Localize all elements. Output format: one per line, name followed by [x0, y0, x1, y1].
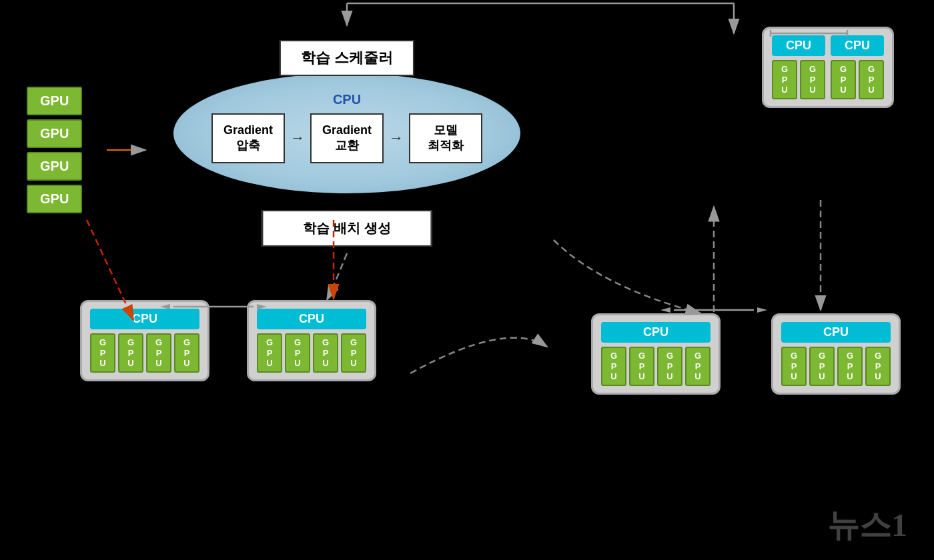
scheduler-area: 학습 스케줄러 CPU Gradient압축 → Gradient교환 → 모델… [140, 20, 554, 247]
bottom-right-cluster: CPU GPU GPU GPU GPU [591, 313, 721, 395]
batch-generation-box: 학습 배치 생성 [262, 210, 432, 247]
bl-gpu-a-4: GPU [174, 333, 199, 373]
top-right-cluster: CPU GPU GPU CPU GPU GPU [762, 27, 894, 108]
top-right-gpus-2: GPU GPU [831, 60, 884, 99]
bl-gpu-a-3: GPU [146, 333, 171, 373]
svg-marker-15 [660, 307, 670, 313]
br-gpu-b-1: GPU [781, 347, 807, 386]
bottom-right-gpus-a: GPU GPU GPU GPU [601, 347, 711, 386]
top-right-cpu-2: CPU [831, 35, 884, 56]
top-right-gpus-1: GPU GPU [772, 60, 825, 99]
bl-gpu-a-2: GPU [118, 333, 143, 373]
model-optimization-box: 모델최적화 [409, 113, 482, 163]
br-gpu-a-3: GPU [657, 347, 682, 386]
br-gpu-a-1: GPU [601, 347, 626, 386]
gpu-box-1: GPU [27, 87, 82, 115]
br-gpu-a-2: GPU [629, 347, 654, 386]
gpu-box-4: GPU [27, 185, 82, 213]
left-gpu-stack: GPU GPU GPU GPU [27, 87, 82, 213]
arrow-2: → [384, 129, 409, 147]
tr-gpu-2-1: GPU [831, 60, 856, 99]
flow-boxes: Gradient압축 → Gradient교환 → 모델최적화 [173, 113, 520, 163]
cpu-cloud: CPU Gradient압축 → Gradient교환 → 모델최적화 [173, 73, 520, 193]
tr-gpu-1-1: GPU [772, 60, 797, 99]
br-gpu-a-4: GPU [685, 347, 711, 386]
gpu-box-3: GPU [27, 152, 82, 181]
bottom-right-node-a: CPU GPU GPU GPU GPU [601, 322, 711, 386]
top-right-node-2: CPU GPU GPU [831, 35, 884, 99]
gpu-box-2: GPU [27, 119, 82, 148]
watermark: 뉴스1 [827, 504, 907, 547]
arrow-1: → [285, 129, 310, 147]
bottom-left-cluster: CPU GPU GPU GPU GPU [80, 300, 209, 381]
bottom-left-gpus-a: GPU GPU GPU GPU [90, 333, 199, 373]
bottom-left-gpus-b: GPU GPU GPU GPU [257, 333, 366, 373]
bl-gpu-b-3: GPU [313, 333, 338, 373]
bottom-right-b-cluster: CPU GPU GPU GPU GPU [771, 313, 901, 395]
bottom-left-node-b: CPU GPU GPU GPU GPU [257, 309, 366, 373]
tr-gpu-2-2: GPU [859, 60, 884, 99]
bottom-right-cpu-b: CPU [781, 322, 891, 343]
bottom-right-node-b: CPU GPU GPU GPU GPU [781, 322, 891, 386]
bl-gpu-b-2: GPU [285, 333, 310, 373]
br-gpu-b-4: GPU [865, 347, 891, 386]
tr-gpu-1-2: GPU [800, 60, 825, 99]
bottom-left-cpu-b: CPU [257, 309, 366, 329]
bottom-right-gpus-b: GPU GPU GPU GPU [781, 347, 891, 386]
scheduler-label: 학습 스케줄러 [280, 40, 414, 76]
bl-gpu-b-4: GPU [341, 333, 366, 373]
svg-marker-16 [757, 307, 767, 313]
gradient-compression-box: Gradient압축 [211, 113, 285, 163]
bl-gpu-a-1: GPU [90, 333, 115, 373]
top-right-node-1: CPU GPU GPU [772, 35, 825, 99]
gradient-exchange-box: Gradient교환 [310, 113, 384, 163]
bottom-left-cpu-a: CPU [90, 309, 199, 329]
cloud-cpu-label: CPU [333, 92, 361, 107]
br-gpu-b-2: GPU [809, 347, 835, 386]
bottom-left-b-cluster: CPU GPU GPU GPU GPU [247, 300, 376, 381]
top-right-cpu-1: CPU [772, 35, 825, 56]
bottom-left-node-a: CPU GPU GPU GPU GPU [90, 309, 199, 373]
bottom-right-cpu-a: CPU [601, 322, 711, 343]
bl-gpu-b-1: GPU [257, 333, 282, 373]
br-gpu-b-3: GPU [837, 347, 863, 386]
